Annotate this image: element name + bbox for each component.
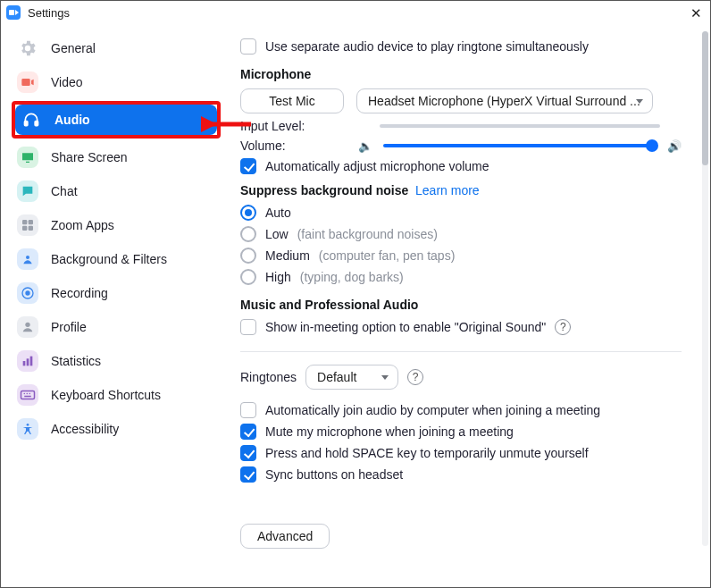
sidebar-item-label: Profile [51, 320, 87, 334]
mute-on-join-row[interactable]: Mute my microphone when joining a meetin… [240, 424, 682, 440]
checkbox-auto-join[interactable] [240, 402, 256, 418]
sidebar-item-audio[interactable]: Audio [15, 105, 217, 135]
sidebar-item-label: Audio [54, 113, 90, 127]
space-unmute-label: Press and hold SPACE key to temporarily … [265, 446, 589, 460]
profile-icon [17, 316, 38, 338]
sidebar-item-label: Background & Filters [51, 252, 167, 266]
sidebar-item-label: Zoom Apps [51, 218, 114, 232]
suppress-heading-text: Suppress background noise [240, 183, 408, 197]
svg-rect-11 [27, 358, 29, 365]
advanced-button[interactable]: Advanced [240, 524, 330, 549]
highlight-box: Audio [12, 101, 221, 139]
sidebar-item-zoom-apps[interactable]: Zoom Apps [12, 208, 221, 242]
noise-label: Auto [265, 206, 291, 220]
mute-on-join-label: Mute my microphone when joining a meetin… [265, 424, 514, 439]
radio-medium[interactable] [240, 248, 256, 264]
svg-rect-3 [29, 220, 33, 224]
svg-rect-2 [22, 220, 27, 224]
svg-rect-4 [22, 226, 27, 231]
sidebar-item-label: Recording [51, 286, 108, 300]
volume-label: Volume: [240, 139, 347, 153]
svg-rect-1 [35, 122, 38, 126]
sidebar-item-label: Statistics [51, 354, 101, 368]
video-icon [17, 71, 38, 93]
scrollbar[interactable] [702, 31, 708, 546]
noise-label: Medium [265, 248, 310, 263]
volume-thumb[interactable] [646, 139, 658, 152]
scrollbar-thumb[interactable] [702, 31, 708, 165]
gear-icon [17, 38, 38, 59]
noise-option-auto[interactable]: Auto [240, 205, 682, 221]
noise-hint: (typing, dog barks) [300, 270, 404, 284]
learn-more-link[interactable]: Learn more [415, 183, 480, 197]
noise-label: Low [265, 227, 289, 241]
sidebar-item-label: Accessibility [51, 422, 119, 436]
sidebar-item-background[interactable]: Background & Filters [12, 242, 221, 276]
checkbox-separate-ringtone[interactable] [240, 38, 256, 55]
sidebar-item-profile[interactable]: Profile [12, 310, 221, 344]
music-heading: Music and Professional Audio [240, 298, 682, 312]
noise-option-medium[interactable]: Medium (computer fan, pen taps) [240, 248, 682, 264]
separate-ringtone-row[interactable]: Use separate audio device to play ringto… [240, 38, 682, 55]
body: General Video Audio [1, 24, 710, 587]
help-icon[interactable]: ? [555, 319, 571, 335]
noise-option-low[interactable]: Low (faint background noises) [240, 226, 682, 242]
close-icon[interactable]: ✕ [687, 6, 705, 20]
headphones-icon [21, 109, 42, 130]
radio-auto[interactable] [240, 205, 256, 221]
settings-window: Settings ✕ General Video [0, 0, 711, 588]
radio-low[interactable] [240, 226, 256, 242]
suppress-heading: Suppress background noise Learn more [240, 183, 682, 197]
sidebar-item-share-screen[interactable]: Share Screen [12, 140, 221, 174]
keyboard-icon [17, 384, 38, 406]
svg-rect-13 [21, 391, 35, 399]
background-icon [17, 248, 38, 270]
help-icon[interactable]: ? [407, 369, 423, 385]
original-sound-label: Show in-meeting option to enable "Origin… [265, 320, 546, 334]
auto-adjust-label: Automatically adjust microphone volume [265, 159, 489, 173]
sidebar-item-keyboard[interactable]: Keyboard Shortcuts [12, 378, 221, 412]
checkbox-original-sound[interactable] [240, 319, 256, 335]
original-sound-row[interactable]: Show in-meeting option to enable "Origin… [240, 319, 682, 335]
sidebar-item-video[interactable]: Video [12, 65, 221, 99]
zoom-icon [6, 5, 21, 20]
input-level-label: Input Level: [240, 119, 347, 133]
svg-rect-5 [29, 226, 33, 231]
sidebar-item-accessibility[interactable]: Accessibility [12, 412, 221, 446]
microphone-heading: Microphone [240, 67, 682, 81]
sidebar-item-chat[interactable]: Chat [12, 174, 221, 208]
sidebar-item-general[interactable]: General [12, 31, 221, 65]
svg-point-6 [26, 256, 29, 259]
sidebar-item-recording[interactable]: Recording [12, 276, 221, 310]
content-pane: Use separate audio device to play ringto… [226, 24, 710, 587]
svg-point-9 [25, 323, 29, 327]
sidebar: General Video Audio [1, 24, 226, 587]
checkbox-sync-headset[interactable] [240, 466, 256, 483]
ringtones-row: Ringtones Default ? [240, 365, 682, 390]
checkbox-space-unmute[interactable] [240, 445, 256, 461]
input-level-meter [380, 124, 660, 128]
radio-high[interactable] [240, 269, 256, 285]
noise-hint: (computer fan, pen taps) [319, 248, 456, 263]
statistics-icon [17, 350, 38, 372]
svg-point-18 [27, 424, 29, 426]
checkbox-auto-adjust[interactable] [240, 158, 256, 174]
noise-label: High [265, 270, 291, 284]
test-mic-button[interactable]: Test Mic [240, 88, 344, 113]
sidebar-item-statistics[interactable]: Statistics [12, 344, 221, 378]
checkbox-mute-on-join[interactable] [240, 424, 256, 440]
ringtones-label: Ringtones [240, 370, 297, 384]
auto-join-row[interactable]: Automatically join audio by computer whe… [240, 402, 682, 418]
space-unmute-row[interactable]: Press and hold SPACE key to temporarily … [240, 445, 682, 461]
noise-option-high[interactable]: High (typing, dog barks) [240, 269, 682, 285]
mic-device-select[interactable]: Headset Microphone (HyperX Virtual Surro… [356, 88, 653, 113]
volume-slider[interactable] [383, 144, 657, 147]
svg-point-14 [24, 393, 26, 395]
chat-icon [17, 181, 38, 202]
ringtones-select[interactable]: Default [305, 365, 398, 390]
sync-headset-row[interactable]: Sync buttons on headset [240, 466, 682, 483]
volume-low-icon: 🔈 [358, 139, 372, 153]
auto-adjust-row[interactable]: Automatically adjust microphone volume [240, 158, 682, 174]
svg-rect-17 [24, 396, 31, 398]
window-title: Settings [28, 6, 70, 20]
